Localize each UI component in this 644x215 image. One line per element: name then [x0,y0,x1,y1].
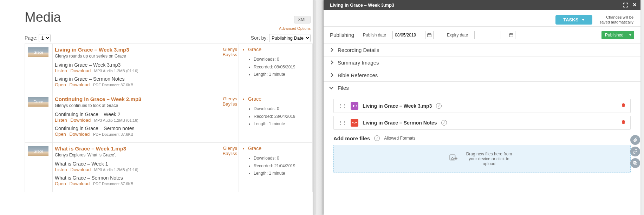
audio-meta: MP3 Audio 1.2MB (01:16) [94,118,138,122]
download-link[interactable]: Download [69,82,90,87]
recorded-text: Recorded: 21/04/2019 [254,162,309,170]
media-row: Grace Living in Grace – Week 3.mp3 Gleny… [25,44,313,93]
info-icon[interactable]: i [374,135,380,141]
sort-by-label: Sort by: [251,35,268,41]
expand-icon[interactable]: ⛶ [623,2,628,8]
media-title[interactable]: What is Grace – Week 1.mp3 [55,146,206,152]
audio-file-name: What is Grace – Week 1 [55,161,206,167]
svg-rect-0 [428,34,431,37]
audio-meta: MP3 Audio 1.2MB (01:16) [94,69,138,73]
caret-down-icon [582,19,585,21]
recording-details-section[interactable]: Recording Details [324,43,640,56]
scrollbar[interactable] [640,0,644,215]
file-dropzone[interactable]: Drag new files here from your device or … [333,145,631,173]
file-name: Living in Grace – Sermon Notes [363,120,437,126]
open-link[interactable]: Open [55,181,66,186]
files-section[interactable]: Files [324,81,640,94]
media-row: Grace What is Grace – Week 1.mp3 Glenys … [25,143,313,192]
chevron-right-icon [329,48,333,52]
download-link[interactable]: Download [70,167,91,172]
open-link[interactable]: Open [55,132,66,137]
downloads-text: Downloads: 0 [254,105,309,113]
media-description: Glenys Explores 'What is Grace'. [55,153,206,157]
listen-link[interactable]: Listen [55,68,67,73]
close-icon[interactable]: ✕ [632,2,637,8]
xml-button[interactable]: XML [294,16,311,23]
upload-icon [449,154,458,164]
category-link[interactable]: Grace [248,96,309,102]
panel-title: Living in Grace – Week 3.mp3 [330,2,394,8]
length-text: Length: 1 minute [254,170,309,177]
svg-rect-1 [509,34,513,37]
length-text: Length: 1 minute [254,71,309,79]
media-row: Grace Continuing in Grace – Week 2.mp3 G… [25,93,313,143]
doc-file-name: Living in Grace – Sermon Notes [55,76,206,82]
copy-button[interactable] [630,158,640,168]
drag-handle-icon[interactable]: ⋮⋮ [338,120,346,126]
audio-file-icon [351,102,358,110]
download-link[interactable]: Download [69,132,90,137]
audio-file-name: Living in Grace – Week 3.mp3 [55,62,206,68]
publish-date-input[interactable] [392,31,419,39]
auto-save-notice: Changes will be saved automatically [599,15,633,25]
media-title[interactable]: Continuing in Grace – Week 2.mp3 [55,96,206,102]
download-link[interactable]: Download [70,117,91,123]
media-thumbnail[interactable]: Grace [28,146,48,156]
author-link[interactable]: Glenys Bayliss [223,47,237,57]
chevron-down-icon [329,85,333,89]
status-select[interactable]: Published [601,31,634,39]
media-thumbnail[interactable]: Grace [28,97,48,107]
doc-meta: PDF Document 37.6KB [93,132,133,136]
listen-link[interactable]: Listen [55,167,67,172]
category-link[interactable]: Grace [248,146,309,151]
length-text: Length: 1 minute [254,120,309,128]
recorded-text: Recorded: 08/05/2019 [254,63,309,71]
doc-file-name: Continuing in Grace – Sermon notes [55,126,206,131]
open-link[interactable]: Open [55,82,66,87]
author-link[interactable]: Glenys Bayliss [223,96,237,107]
downloads-text: Downloads: 0 [254,155,309,162]
link-button[interactable] [630,147,640,156]
page-label: Page: [25,35,38,41]
expiry-date-label: Expiry date [447,33,468,38]
chevron-right-icon [329,73,333,77]
media-thumbnail[interactable]: Grace [28,47,48,57]
drag-handle-icon[interactable]: ⋮⋮ [338,103,346,109]
file-name: Living in Grace – Week 3.mp3 [363,103,432,109]
expiry-date-input[interactable] [474,31,501,39]
author-link[interactable]: Glenys Bayliss [223,146,237,156]
recorded-text: Recorded: 28/04/2019 [254,113,309,121]
audio-meta: MP3 Audio 1.2MB (01:16) [94,168,138,172]
category-link[interactable]: Grace [248,47,309,52]
pdf-file-icon: PDF [351,119,358,127]
doc-meta: PDF Document 37.6KB [93,182,133,186]
download-link[interactable]: Download [70,68,91,73]
calendar-icon[interactable] [507,31,515,39]
add-more-files-label: Add more files [333,135,370,141]
dropzone-text: Drag new files here from your device or … [463,152,515,166]
doc-meta: PDF Document 37.6KB [93,83,133,87]
calendar-icon[interactable] [425,31,434,39]
sort-by-select[interactable]: Publishing Date [269,34,311,42]
publishing-label: Publishing [330,32,357,38]
chevron-right-icon [329,60,333,64]
bible-references-section[interactable]: Bible References [324,69,640,81]
info-icon[interactable]: i [436,103,442,109]
tasks-button[interactable]: TASKS [555,15,592,25]
file-row: ⋮⋮ PDF Living in Grace – Sermon Notes i [333,116,631,130]
downloads-text: Downloads: 0 [254,56,309,63]
page-select[interactable]: 1 [39,34,51,42]
panel-divider [313,0,324,215]
audio-file-name: Continuing in Grace – Week 2 [55,112,206,117]
info-icon[interactable]: i [441,120,447,126]
listen-link[interactable]: Listen [55,117,67,123]
attach-button[interactable] [630,135,640,145]
summary-images-section[interactable]: Summary Images [324,56,640,69]
download-link[interactable]: Download [69,181,90,186]
delete-icon[interactable] [621,119,626,126]
advanced-options-link[interactable]: Advanced Options [279,26,311,31]
allowed-formats-link[interactable]: Allowed Formats [384,136,415,141]
delete-icon[interactable] [621,102,626,109]
media-description: Glenys rounds up our series on Grace [55,54,206,59]
media-title[interactable]: Living in Grace – Week 3.mp3 [55,47,206,53]
